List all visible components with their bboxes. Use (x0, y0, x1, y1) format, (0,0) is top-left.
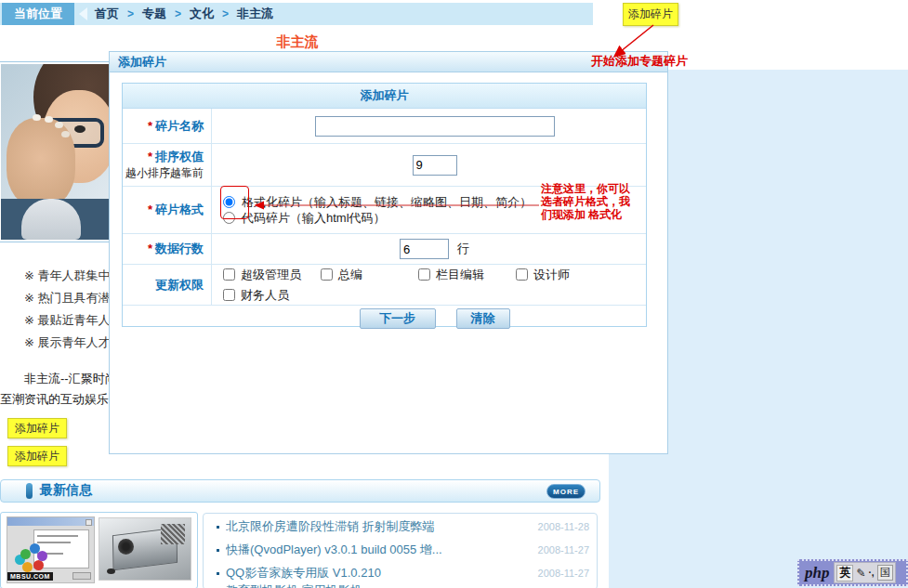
ime-punctuation-icon[interactable]: ·, (869, 568, 875, 578)
news-thumbnails-box: MBSU.COM (0, 512, 198, 588)
ime-language-toggle[interactable]: 英 (836, 565, 853, 581)
datarows-unit: 行 (457, 241, 469, 257)
ime-pen-icon[interactable]: ✎ (856, 567, 865, 580)
installer-close-icon (86, 519, 92, 526)
feature-bullet-2-text: 热门且具有潜 (38, 291, 111, 305)
data-rows-input[interactable] (400, 239, 449, 259)
breadcrumb: 首页 > 专题 > 文化 > 非主流 (95, 3, 273, 25)
photo-art (1, 64, 110, 240)
chief-editor-label: 总编 (338, 267, 362, 283)
perm-chief-editor[interactable]: 总编 (321, 267, 418, 283)
breadcrumb-item-topics[interactable]: 专题 (142, 6, 166, 22)
add-fragment-dialog: 添加碎片 添加碎片 *碎片名称 *排序权值 越小排序越靠前 (109, 51, 668, 454)
breadcrumb-item-home[interactable]: 首页 (95, 6, 119, 22)
news-item-1[interactable]: 北京限价房遭阶段性滞销 折射制度弊端 2008-11-28 (217, 518, 589, 535)
bullet-mark-icon: ※ (24, 291, 34, 305)
sort-input-cell (212, 144, 646, 186)
player-flower-logo (20, 549, 31, 559)
add-fragment-button-side-2[interactable]: 添加碎片 (7, 446, 67, 466)
site-tagline-line2: 至潮资讯的互动娱乐网 (0, 391, 121, 408)
required-mark: * (148, 203, 152, 216)
code-fragment-label: 代码碎片（输入html代码） (242, 210, 386, 227)
permissions-label: 更新权限 (155, 277, 204, 294)
fragment-name-input[interactable] (315, 116, 555, 137)
breadcrumb-item-current: 非主流 (237, 6, 273, 22)
perm-column-editor[interactable]: 栏目编辑 (418, 267, 516, 283)
feature-bullet-1-text: 青年人群集中 (38, 268, 111, 282)
required-mark: * (148, 242, 152, 255)
designer-checkbox[interactable] (516, 268, 528, 281)
feature-bullet-4-text: 展示青年人才 (38, 335, 111, 349)
breadcrumb-separator-icon: > (175, 7, 181, 20)
list-bullet-icon (217, 526, 219, 529)
formatted-fragment-label: 格式化碎片（输入标题、链接、缩略图、日期、简介） (242, 194, 532, 211)
site-tagline-line1: 非主流--汇聚时尚 (24, 371, 117, 387)
news-item-4-title[interactable]: 教育型投影机 家用投影机 (226, 582, 524, 588)
form-row-buttons: 下一步 清除 (123, 306, 646, 332)
section-pill-icon (26, 483, 33, 499)
current-location-tab: 当前位置 (2, 3, 74, 25)
annotation-format-note: 注意这里，你可以 选者碎片格式，我 们现添加 格式化 (541, 182, 643, 221)
add-fragment-button-top[interactable]: 添加碎片 (623, 3, 678, 26)
datarows-label-cell: *数据行数 (123, 234, 212, 264)
sort-weight-input[interactable] (413, 155, 457, 176)
ime-keyboard-icon[interactable]: 国 (877, 565, 893, 581)
add-fragment-button-side-1[interactable]: 添加碎片 (7, 418, 67, 438)
perm-finance[interactable]: 财务人员 (223, 287, 321, 304)
news-item-4[interactable]: 教育型投影机 家用投影机 (217, 582, 589, 588)
news-list: 北京限价房遭阶段性滞销 折射制度弊端 2008-11-28 快播(QvodPla… (203, 513, 598, 588)
photo-eye (74, 125, 86, 133)
permissions-label-cell: 更新权限 (123, 265, 212, 305)
required-mark: * (148, 119, 152, 133)
format-label: 碎片格式 (155, 203, 204, 216)
clear-button[interactable]: 清除 (456, 308, 510, 329)
name-label: 碎片名称 (155, 119, 204, 133)
installer-text-line (37, 535, 78, 537)
breadcrumb-bar (0, 3, 593, 25)
feature-bullet-2: ※ 热门且具有潜 (24, 290, 111, 307)
news-item-2[interactable]: 快播(QvodPlayer) v3.0.1 build 0055 增... 20… (217, 542, 589, 558)
projector-fan (118, 539, 134, 555)
news-thumbnail-projector[interactable] (99, 517, 191, 581)
next-step-button[interactable]: 下一步 (360, 308, 436, 329)
perm-superadmin[interactable]: 超级管理员 (223, 267, 321, 283)
more-button[interactable]: MORE (546, 484, 586, 499)
list-bullet-icon (217, 572, 219, 575)
photo-hand (7, 118, 75, 207)
perm-designer[interactable]: 设计师 (516, 267, 613, 283)
annotation-radio-highlight-box (220, 186, 249, 219)
news-item-3-date: 2008-11-27 (524, 568, 589, 579)
topic-photo (0, 61, 112, 242)
list-bullet-icon (217, 549, 219, 552)
chief-editor-checkbox[interactable] (321, 268, 333, 281)
news-thumbnail-installer[interactable]: MBSU.COM (7, 516, 95, 583)
installer-body (33, 529, 89, 568)
installer-text-line (37, 542, 71, 543)
latest-news-title: 最新信息 (40, 482, 92, 499)
current-location-label: 当前位置 (14, 6, 62, 22)
finance-checkbox[interactable] (223, 289, 235, 301)
format-note-line2: 选者碎片格式，我 (541, 195, 643, 208)
news-item-3-title[interactable]: QQ影音家族专用版 V1.0.210 (226, 565, 524, 581)
name-label-cell: *碎片名称 (123, 109, 212, 143)
feature-bullet-3: ※ 最贴近青年人 (24, 312, 111, 329)
ime-language-bar[interactable]: php 英 ✎ ·, 国 (797, 559, 908, 586)
format-label-cell: *碎片格式 (123, 187, 212, 233)
feature-bullet-3-text: 最贴近青年人 (38, 313, 111, 327)
news-item-2-title[interactable]: 快播(QvodPlayer) v3.0.1 build 0055 增... (226, 542, 524, 558)
news-item-1-title[interactable]: 北京限价房遭阶段性滞销 折射制度弊端 (226, 518, 524, 535)
form-row-name: *碎片名称 (123, 109, 646, 144)
bullet-mark-icon: ※ (24, 335, 34, 349)
screen: 当前位置 首页 > 专题 > 文化 > 非主流 非主流 添加碎片 ※ 青年人群集… (0, 0, 908, 588)
thumbnail-watermark: MBSU.COM (7, 572, 53, 581)
column-editor-checkbox[interactable] (418, 268, 430, 281)
news-item-3[interactable]: QQ影音家族专用版 V1.0.210 2008-11-27 (217, 565, 589, 581)
dialog-title: 添加碎片 (118, 54, 166, 71)
breadcrumb-item-culture[interactable]: 文化 (190, 6, 214, 22)
finance-label: 财务人员 (241, 287, 289, 304)
superadmin-checkbox[interactable] (223, 268, 235, 281)
form-row-sort: *排序权值 越小排序越靠前 (123, 144, 646, 187)
buttons-cell: 下一步 清除 (212, 308, 646, 329)
feature-bullet-4: ※ 展示青年人才 (24, 334, 111, 351)
bullet-mark-icon: ※ (24, 268, 34, 282)
